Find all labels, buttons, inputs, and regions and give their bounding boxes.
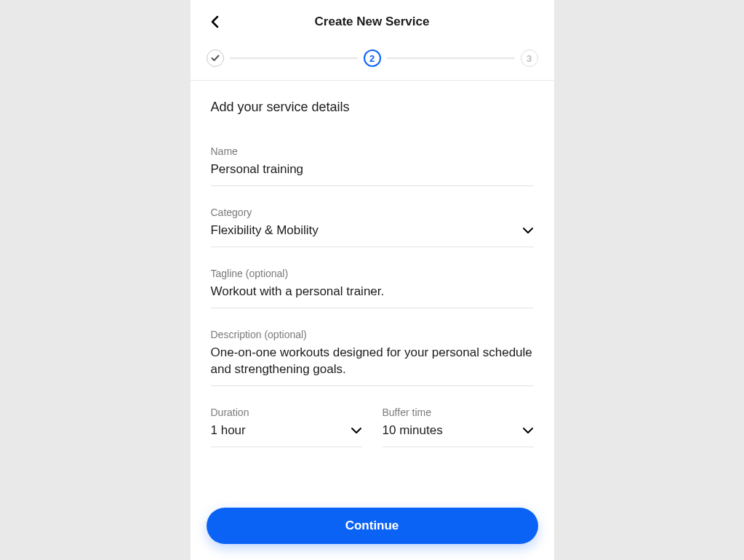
chevron-down-icon	[522, 427, 534, 434]
continue-button[interactable]: Continue	[207, 508, 538, 544]
tagline-value: Workout with a personal trainer.	[211, 284, 534, 300]
chevron-down-icon	[351, 427, 362, 434]
footer: Continue	[191, 495, 554, 560]
chevron-down-icon	[522, 227, 534, 234]
field-duration: Duration 1 hour	[211, 407, 362, 447]
duration-buffer-row: Duration 1 hour Buffer time 10 minutes	[211, 407, 534, 468]
name-label: Name	[211, 145, 534, 157]
duration-label: Duration	[211, 407, 362, 418]
field-buffer-time: Buffer time 10 minutes	[383, 407, 534, 447]
description-value: One-on-one workouts designed for your pe…	[211, 345, 534, 378]
field-category: Category Flexibility & Mobility	[211, 207, 534, 247]
tagline-input[interactable]: Workout with a personal trainer.	[211, 284, 534, 308]
step-2-current: 2	[364, 49, 381, 67]
description-input[interactable]: One-on-one workouts designed for your pe…	[211, 345, 534, 386]
duration-value: 1 hour	[211, 423, 345, 439]
tagline-label: Tagline (optional)	[211, 268, 534, 279]
category-value: Flexibility & Mobility	[211, 223, 516, 239]
category-label: Category	[211, 207, 534, 218]
header: Create New Service	[191, 0, 554, 41]
duration-select[interactable]: 1 hour	[211, 423, 362, 447]
field-description: Description (optional) One-on-one workou…	[211, 329, 534, 386]
check-icon	[211, 55, 220, 62]
section-heading: Add your service details	[211, 100, 534, 115]
description-label: Description (optional)	[211, 329, 534, 340]
step-connector	[230, 57, 358, 59]
step-connector	[387, 57, 515, 59]
progress-stepper: 2 3	[191, 41, 554, 80]
chevron-left-icon	[210, 15, 220, 28]
name-input[interactable]: Personal training	[211, 161, 534, 186]
name-value: Personal training	[211, 161, 534, 178]
buffer-time-value: 10 minutes	[383, 423, 516, 439]
page-title: Create New Service	[315, 15, 430, 29]
step-1-done	[207, 49, 224, 67]
category-select[interactable]: Flexibility & Mobility	[211, 223, 534, 247]
create-service-screen: Create New Service 2 3 Add your service …	[191, 0, 554, 560]
step-3-upcoming: 3	[521, 49, 538, 67]
back-button[interactable]	[205, 12, 225, 32]
buffer-time-label: Buffer time	[383, 407, 534, 418]
buffer-time-select[interactable]: 10 minutes	[383, 423, 534, 447]
form-content: Add your service details Name Personal t…	[191, 81, 554, 495]
field-name: Name Personal training	[211, 145, 534, 186]
field-tagline: Tagline (optional) Workout with a person…	[211, 268, 534, 308]
